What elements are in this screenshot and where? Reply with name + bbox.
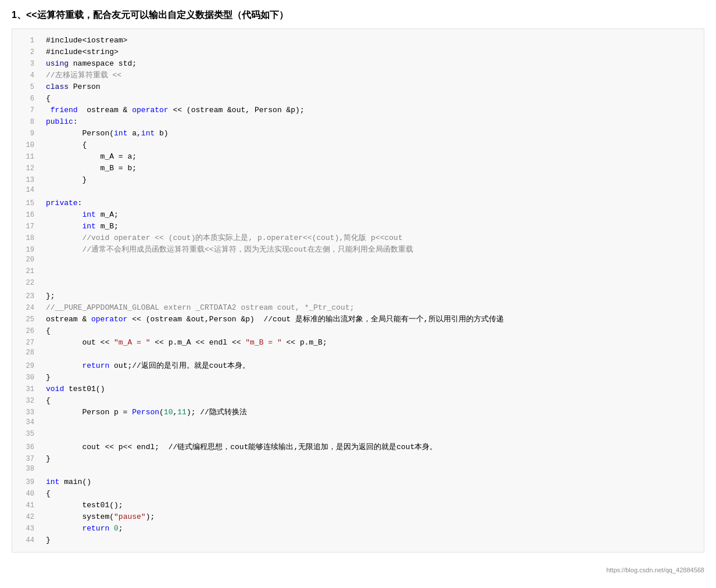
line-number: 23 <box>18 292 34 300</box>
line-content: { <box>46 395 51 407</box>
line-number: 7 <box>18 106 34 114</box>
line-number: 1 <box>18 37 34 45</box>
line-content: { <box>46 93 51 105</box>
line-number: 33 <box>18 408 34 417</box>
code-container: 1#include<iostream>2#include<string>3usi… <box>12 28 704 553</box>
code-line: 17 int m_B; <box>12 221 704 232</box>
code-line: 11 m_A = a; <box>12 151 704 163</box>
code-line: 37} <box>12 453 704 465</box>
code-line: 13 } <box>12 174 704 186</box>
line-content: }; <box>46 291 55 302</box>
line-number: 19 <box>18 246 34 254</box>
line-number: 28 <box>18 349 34 357</box>
line-content: //__PURE_APPDOMAIN_GLOBAL extern _CRTDAT… <box>46 302 355 314</box>
code-line: 18 //void operater << (cout)的本质实际上是, p.o… <box>12 232 704 244</box>
line-number: 36 <box>18 443 34 451</box>
code-line: 7 friend ostream & operator << (ostream … <box>12 105 704 116</box>
line-content: { <box>46 488 51 500</box>
code-line: 6{ <box>12 93 704 105</box>
line-number: 10 <box>18 141 34 149</box>
line-content: } <box>46 535 51 546</box>
code-line: 31void test01() <box>12 383 704 395</box>
line-content: } <box>46 372 51 383</box>
line-number: 42 <box>18 513 34 521</box>
line-number: 6 <box>18 95 34 103</box>
line-content: #include<iostream> <box>46 35 127 46</box>
code-line: 20 <box>12 256 704 267</box>
code-line: 30} <box>12 372 704 383</box>
line-number: 16 <box>18 211 34 219</box>
line-number: 21 <box>18 267 34 275</box>
line-number: 12 <box>18 164 34 173</box>
code-line: 25ostream & operator << (ostream &out,Pe… <box>12 314 704 325</box>
code-line: 27 out << "m_A = " << p.m_A << endl << "… <box>12 337 704 349</box>
line-content: int m_A; <box>46 209 119 221</box>
code-line: 36 cout << p<< endl; //链式编程思想，cout能够连续输出… <box>12 442 704 453</box>
line-number: 24 <box>18 304 34 312</box>
line-number: 38 <box>18 465 34 473</box>
code-line: 15private: <box>12 198 704 209</box>
line-number: 26 <box>18 327 34 335</box>
line-content: system("pause"); <box>46 511 155 523</box>
line-content: } <box>46 174 87 186</box>
line-number: 14 <box>18 186 34 194</box>
line-number: 34 <box>18 418 34 426</box>
code-line: 33 Person p = Person(10,11); //隐式转换法 <box>12 407 704 418</box>
code-line: 10 { <box>12 139 704 151</box>
line-number: 39 <box>18 478 34 486</box>
code-line: 41 test01(); <box>12 500 704 511</box>
line-number: 3 <box>18 60 34 68</box>
line-content: using namespace std; <box>46 58 137 70</box>
code-line: 42 system("pause"); <box>12 511 704 523</box>
line-number: 27 <box>18 339 34 347</box>
code-line: 4//左移运算符重载 << <box>12 70 704 81</box>
line-content: } <box>46 453 51 465</box>
code-line: 39int main() <box>12 476 704 488</box>
code-line: 19 //通常不会利用成员函数运算符重载<<运算符，因为无法实现cout在左侧，… <box>12 244 704 256</box>
code-line: 16 int m_A; <box>12 209 704 221</box>
code-line: 38 <box>12 465 704 476</box>
code-line: 24//__PURE_APPDOMAIN_GLOBAL extern _CRTD… <box>12 302 704 314</box>
line-number: 13 <box>18 176 34 184</box>
code-line: 32{ <box>12 395 704 407</box>
code-line: 3using namespace std; <box>12 58 704 70</box>
code-line: 14 <box>12 186 704 198</box>
code-line: 29 return out;//返回的是引用。就是cout本身。 <box>12 360 704 372</box>
line-content: ostream & operator << (ostream &out,Pers… <box>46 314 504 325</box>
line-number: 5 <box>18 83 34 91</box>
line-content: friend ostream & operator << (ostream &o… <box>46 105 305 116</box>
line-number: 32 <box>18 397 34 405</box>
line-number: 25 <box>18 315 34 324</box>
line-number: 31 <box>18 385 34 393</box>
code-line: 22 <box>12 279 704 291</box>
line-number: 37 <box>18 455 34 463</box>
line-number: 17 <box>18 223 34 231</box>
line-number: 2 <box>18 48 34 56</box>
line-content: test01(); <box>46 500 123 511</box>
line-number: 20 <box>18 256 34 264</box>
line-content: public: <box>46 116 78 128</box>
line-content: out << "m_A = " << p.m_A << endl << "m_B… <box>46 337 327 349</box>
line-number: 43 <box>18 525 34 533</box>
line-content: #include<string> <box>46 46 119 58</box>
code-line: 8public: <box>12 116 704 128</box>
line-number: 41 <box>18 501 34 510</box>
code-line: 26{ <box>12 325 704 337</box>
line-content: Person(int a,int b) <box>46 128 169 139</box>
line-content: class Person <box>46 81 101 93</box>
line-content: m_A = a; <box>46 151 137 163</box>
code-line: 34 <box>12 418 704 430</box>
line-number: 11 <box>18 153 34 161</box>
line-content: int m_B; <box>46 221 119 232</box>
line-number: 29 <box>18 362 34 370</box>
line-number: 22 <box>18 279 34 287</box>
line-content: return 0; <box>46 523 123 535</box>
line-number: 9 <box>18 130 34 138</box>
line-content: //左移运算符重载 << <box>46 70 121 81</box>
line-content: //通常不会利用成员函数运算符重载<<运算符，因为无法实现cout在左侧，只能利… <box>46 244 413 256</box>
line-content: { <box>46 325 51 337</box>
page-title: 1、<<运算符重载，配合友元可以输出自定义数据类型（代码如下） <box>0 0 716 28</box>
watermark: https://blog.csdn.net/qq_42884568 <box>0 564 716 576</box>
line-number: 4 <box>18 71 34 80</box>
code-line: 1#include<iostream> <box>12 35 704 46</box>
